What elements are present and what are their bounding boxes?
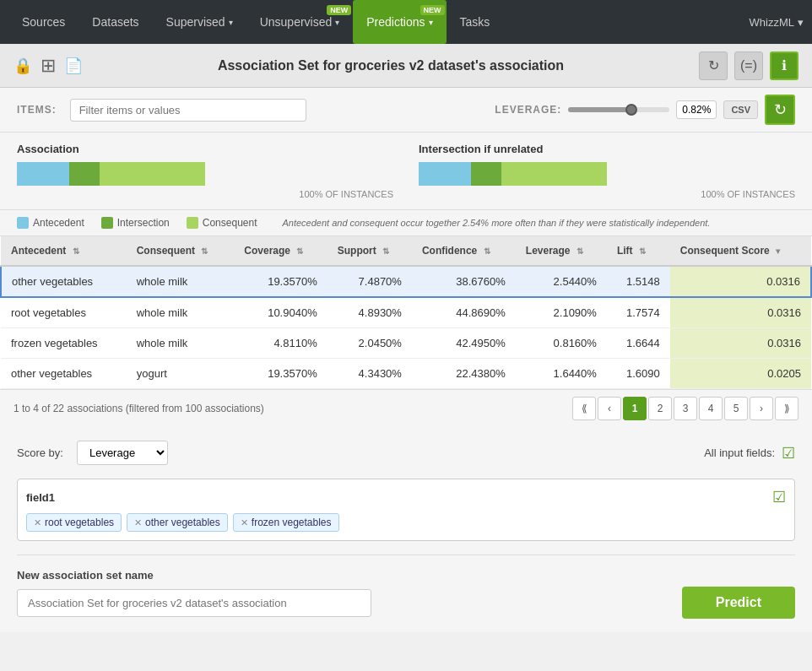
toolbar: 🔒 ⊞ 📄 Association Set for groceries v2 d… <box>0 44 812 88</box>
association-chart-title: Association <box>17 143 393 155</box>
tag-remove-icon[interactable]: ✕ <box>34 517 41 528</box>
table-row[interactable]: frozen vegetables whole milk 4.8110% 2.0… <box>1 328 811 359</box>
field-tag: ✕other vegetables <box>127 513 228 532</box>
bar-antecedent-right <box>419 162 471 186</box>
document-icon[interactable]: 📄 <box>64 57 83 75</box>
nav-datasets[interactable]: Datasets <box>78 0 152 44</box>
cell-leverage: 0.8160% <box>516 328 607 359</box>
new-association-section: New association set name Association Set… <box>17 569 795 619</box>
nav-supervised[interactable]: Supervised ▾ <box>153 0 246 44</box>
table-section: Antecedent ⇅ Consequent ⇅ Coverage ⇅ Sup… <box>0 236 812 389</box>
predict-button[interactable]: Predict <box>682 587 795 619</box>
nav-sources[interactable]: Sources <box>8 0 78 44</box>
predictions-badge: NEW <box>420 5 445 15</box>
pagination-info: 1 to 4 of 22 associations (filtered from… <box>14 403 264 414</box>
items-label: ITEMS: <box>17 104 57 116</box>
page-1-btn[interactable]: 1 <box>623 397 647 420</box>
intersection-chart-title: Intersection if unrelated <box>419 143 795 155</box>
cell-support: 7.4870% <box>328 266 412 297</box>
leverage-sort-icon: ⇅ <box>577 246 583 256</box>
filter-input[interactable] <box>70 99 306 122</box>
cell-coverage: 19.3570% <box>234 266 327 297</box>
field1-box: field1 ☑ ✕root vegetables✕other vegetabl… <box>17 479 795 541</box>
csv-button[interactable]: CSV <box>723 100 758 119</box>
leverage-slider-thumb[interactable] <box>625 104 637 116</box>
refresh-icon-btn[interactable]: ↻ <box>699 51 728 80</box>
divider <box>17 555 795 555</box>
new-assoc-name-input[interactable]: Association Set for groceries v2 dataset… <box>17 589 371 617</box>
page-3-btn[interactable]: 3 <box>674 397 697 420</box>
cell-support: 4.8930% <box>328 297 412 328</box>
bar-consequent-left <box>100 162 205 186</box>
cell-lift: 1.6644 <box>607 328 670 359</box>
score-by-container: Score by: Leverage Support Confidence Li… <box>17 441 168 465</box>
col-leverage[interactable]: Leverage ⇅ <box>516 236 607 266</box>
intersection-label: Intersection <box>117 217 170 229</box>
col-coverage[interactable]: Coverage ⇅ <box>234 236 327 266</box>
col-antecedent[interactable]: Antecedent ⇅ <box>1 236 127 266</box>
new-assoc-label: New association set name <box>17 569 795 582</box>
info-icon-btn[interactable]: ℹ <box>770 51 798 80</box>
cell-antecedent: frozen vegetables <box>1 328 127 359</box>
consequent-swatch <box>187 217 198 229</box>
cell-leverage: 2.5440% <box>516 266 607 297</box>
cell-support: 4.3430% <box>328 359 412 389</box>
hierarchy-icon[interactable]: ⊞ <box>41 55 56 77</box>
antecedent-label: Antecedent <box>33 217 84 229</box>
association-chart: Association 100% OF INSTANCES <box>17 143 393 199</box>
cell-confidence: 42.4950% <box>412 328 516 359</box>
legend-consequent: Consequent <box>187 217 257 229</box>
col-confidence[interactable]: Confidence ⇅ <box>412 236 516 266</box>
col-score[interactable]: Consequent Score ▾ <box>670 236 811 266</box>
table-row[interactable]: root vegetables whole milk 10.9040% 4.89… <box>1 297 811 328</box>
page-prev-btn[interactable]: ‹ <box>598 397 621 420</box>
cell-coverage: 4.8110% <box>234 328 327 359</box>
score-select[interactable]: Leverage Support Confidence Lift <box>77 441 168 465</box>
consequent-label: Consequent <box>203 217 257 229</box>
field1-check-icon[interactable]: ☑ <box>772 488 786 506</box>
legend-antecedent: Antecedent <box>17 217 84 229</box>
cell-lift: 1.5148 <box>607 266 670 297</box>
cell-coverage: 19.3570% <box>234 359 327 389</box>
equal-icon-btn[interactable]: (=) <box>734 51 763 80</box>
all-input-fields-check-icon[interactable]: ☑ <box>782 444 795 463</box>
page-2-btn[interactable]: 2 <box>648 397 672 420</box>
page-next-btn[interactable]: › <box>750 397 773 420</box>
page-last-btn[interactable]: ⟫ <box>775 397 798 420</box>
filter-bar: ITEMS: LEVERAGE: 0.82% CSV ↻ <box>0 88 812 133</box>
intersection-bar <box>419 162 795 186</box>
support-sort-icon: ⇅ <box>382 246 389 256</box>
cell-antecedent: other vegetables <box>1 266 127 297</box>
tag-remove-icon[interactable]: ✕ <box>241 517 248 528</box>
nav-predictions[interactable]: NEW Predictions ▾ <box>353 0 446 44</box>
col-support[interactable]: Support ⇅ <box>328 236 412 266</box>
lock-icon[interactable]: 🔒 <box>14 57 32 75</box>
table-row[interactable]: other vegetables whole milk 19.3570% 7.4… <box>1 266 811 297</box>
bar-antecedent-left <box>17 162 69 186</box>
score-row: Score by: Leverage Support Confidence Li… <box>17 441 795 465</box>
bar-intersection-right <box>471 162 501 186</box>
predictions-arrow: ▾ <box>429 18 433 27</box>
col-lift[interactable]: Lift ⇅ <box>607 236 670 266</box>
nav-unsupervised[interactable]: NEW Unsupervised ▾ <box>246 0 354 44</box>
nav-tasks[interactable]: Tasks <box>447 0 504 44</box>
intersection-instances: 100% OF INSTANCES <box>419 189 795 199</box>
unsupervised-arrow: ▾ <box>335 18 339 27</box>
page-5-btn[interactable]: 5 <box>724 397 748 420</box>
tag-remove-icon[interactable]: ✕ <box>134 517 142 528</box>
cell-lift: 1.6090 <box>607 359 670 389</box>
nav-whizzml[interactable]: WhizzML ▾ <box>750 16 804 29</box>
refresh-button[interactable]: ↻ <box>765 95 795 125</box>
legend-intersection: Intersection <box>101 217 170 229</box>
bar-intersection-left <box>69 162 100 186</box>
field-tag: ✕frozen vegetables <box>233 513 339 532</box>
cell-confidence: 44.8690% <box>412 297 516 328</box>
field1-header: field1 ☑ <box>26 488 786 506</box>
col-consequent[interactable]: Consequent ⇅ <box>127 236 235 266</box>
table-row[interactable]: other vegetables yogurt 19.3570% 4.3430%… <box>1 359 811 389</box>
cell-coverage: 10.9040% <box>234 297 327 328</box>
page-first-btn[interactable]: ⟪ <box>572 397 596 420</box>
page-4-btn[interactable]: 4 <box>699 397 723 420</box>
antecedent-swatch <box>17 217 29 229</box>
cell-leverage: 2.1090% <box>516 297 607 328</box>
